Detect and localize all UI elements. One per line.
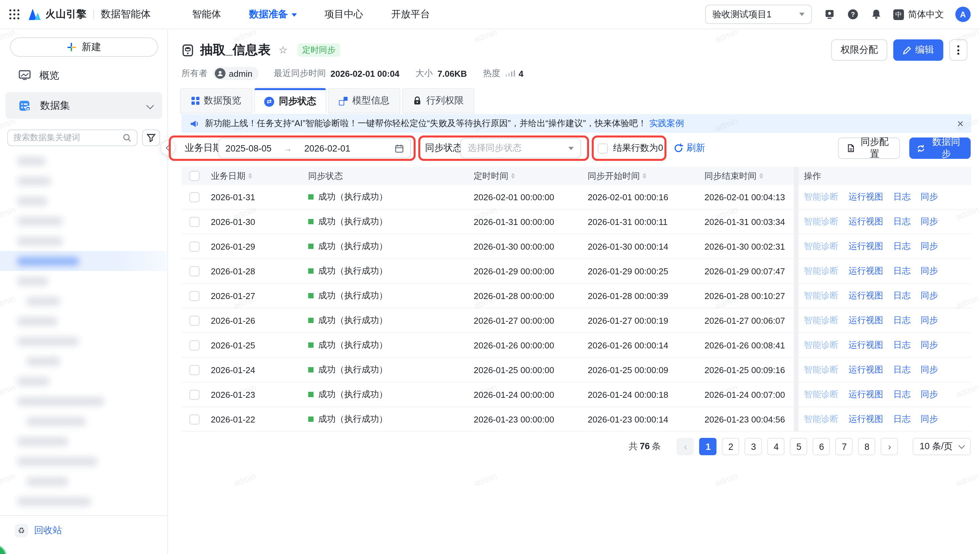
more-actions-button[interactable] (949, 39, 967, 61)
action-link-3[interactable]: 同步 (921, 240, 938, 252)
sidebar-collapse-button[interactable] (160, 140, 175, 155)
action-link-1[interactable]: 运行视图 (849, 240, 883, 252)
row-checkbox[interactable] (189, 266, 199, 276)
row-checkbox[interactable] (189, 390, 199, 399)
tree-item-0[interactable] (0, 151, 167, 171)
action-link-0[interactable]: 智能诊断 (804, 364, 838, 376)
tree-item-11[interactable] (0, 371, 167, 391)
workbench-icon[interactable] (823, 8, 835, 20)
refresh-button[interactable]: 刷新 (674, 136, 705, 161)
tree-item-3[interactable] (0, 211, 167, 231)
action-link-1[interactable]: 运行视图 (849, 191, 883, 203)
tree-item-4[interactable] (0, 231, 167, 251)
row-checkbox[interactable] (189, 315, 199, 326)
action-link-2[interactable]: 日志 (893, 413, 911, 425)
sort-icon[interactable] (643, 173, 646, 179)
language-switcher[interactable]: 中 简体中文 (893, 8, 944, 20)
sidebar-item-recycle-bin[interactable]: ♻ 回收站 (0, 519, 167, 542)
action-link-3[interactable]: 同步 (921, 216, 938, 228)
top-menu-item-0[interactable]: 智能体 (192, 8, 221, 21)
search-input[interactable]: 搜索数据集关键词 (7, 129, 137, 146)
action-link-2[interactable]: 日志 (893, 388, 911, 401)
page-button-1[interactable]: 1 (700, 438, 717, 455)
bell-icon[interactable] (870, 8, 882, 20)
action-link-0[interactable]: 智能诊断 (804, 413, 838, 425)
sidebar-item-dataset[interactable]: 数据集 (5, 92, 162, 119)
page-button-8[interactable]: 8 (858, 438, 876, 455)
action-link-1[interactable]: 运行视图 (849, 265, 883, 277)
tree-item-12[interactable] (0, 391, 167, 411)
action-link-3[interactable]: 同步 (921, 191, 938, 203)
action-link-2[interactable]: 日志 (893, 364, 911, 376)
tree-item-8[interactable] (0, 311, 167, 331)
sort-icon[interactable] (511, 173, 515, 179)
page-button-7[interactable]: 7 (835, 438, 853, 455)
action-link-2[interactable]: 日志 (893, 339, 911, 351)
action-link-2[interactable]: 日志 (893, 290, 911, 302)
tree-item-10[interactable] (0, 351, 167, 371)
tab-1[interactable]: ⇄同步状态 (254, 88, 326, 113)
column-header-business-date[interactable]: 业务日期 (211, 170, 307, 182)
page-button-2[interactable]: 2 (722, 438, 740, 455)
page-button-6[interactable]: 6 (813, 438, 830, 455)
action-link-1[interactable]: 运行视图 (849, 290, 883, 302)
next-page-button[interactable]: › (881, 438, 898, 455)
edit-button[interactable]: 编辑 (893, 39, 943, 61)
banner-link[interactable]: 实践案例 (649, 118, 684, 129)
tree-item-13[interactable] (0, 411, 167, 431)
row-checkbox[interactable] (189, 340, 199, 350)
tree-item-16[interactable] (0, 471, 167, 491)
help-icon[interactable]: ? (846, 8, 859, 20)
action-link-1[interactable]: 运行视图 (849, 413, 883, 425)
project-selector[interactable]: 验收测试项目1 (705, 5, 812, 24)
action-link-2[interactable]: 日志 (893, 191, 911, 203)
column-header-sync-start[interactable]: 同步开始时间 (588, 170, 700, 182)
action-link-0[interactable]: 智能诊断 (804, 191, 838, 203)
action-link-3[interactable]: 同步 (921, 388, 938, 401)
column-header-scheduled-time[interactable]: 定时时间 (474, 170, 584, 182)
tree-item-selected[interactable] (0, 251, 167, 271)
page-size-select[interactable]: 10 条/页 (913, 438, 970, 455)
action-link-3[interactable]: 同步 (921, 315, 938, 326)
user-avatar[interactable]: A (955, 7, 970, 22)
row-checkbox[interactable] (189, 414, 199, 424)
tree-item-7[interactable] (0, 291, 167, 311)
prev-page-button[interactable]: ‹ (677, 438, 694, 455)
top-menu-item-1[interactable]: 数据准备 (249, 8, 296, 21)
row-checkbox[interactable] (189, 241, 199, 251)
action-link-0[interactable]: 智能诊断 (804, 315, 838, 326)
sidebar-item-overview[interactable]: 概览 (5, 64, 162, 87)
action-link-2[interactable]: 日志 (893, 216, 911, 228)
action-link-3[interactable]: 同步 (921, 364, 938, 376)
app-launcher-icon[interactable] (10, 10, 19, 19)
tab-3[interactable]: 行列权限 (402, 88, 474, 113)
status-select[interactable]: 选择同步状态 (460, 138, 581, 158)
tree-item-15[interactable] (0, 451, 167, 471)
action-link-2[interactable]: 日志 (893, 265, 911, 277)
action-link-1[interactable]: 运行视图 (849, 388, 883, 401)
data-sync-button[interactable]: 数据同步 (909, 137, 970, 159)
action-link-1[interactable]: 运行视图 (849, 315, 883, 326)
filter-button[interactable] (142, 129, 160, 146)
action-link-3[interactable]: 同步 (921, 413, 938, 425)
page-button-4[interactable]: 4 (767, 438, 785, 455)
top-menu-item-2[interactable]: 项目中心 (325, 8, 363, 21)
action-link-0[interactable]: 智能诊断 (804, 265, 838, 277)
star-favorite-icon[interactable]: ☆ (278, 44, 288, 56)
column-header-sync-end[interactable]: 同步结束时间 (705, 170, 791, 182)
page-button-3[interactable]: 3 (745, 438, 762, 455)
sync-config-button[interactable]: 同步配置 (838, 137, 900, 159)
tree-item-14[interactable] (0, 431, 167, 451)
action-link-3[interactable]: 同步 (921, 290, 938, 302)
row-checkbox[interactable] (189, 217, 199, 227)
zero-rows-checkbox[interactable] (598, 143, 608, 153)
date-range-input[interactable]: 2025-08-05 → 2026-02-01 (218, 138, 411, 158)
permission-button[interactable]: 权限分配 (831, 39, 887, 61)
action-link-1[interactable]: 运行视图 (849, 216, 883, 228)
tree-item-6[interactable] (0, 271, 167, 291)
action-link-2[interactable]: 日志 (893, 240, 911, 252)
action-link-1[interactable]: 运行视图 (849, 364, 883, 376)
action-link-0[interactable]: 智能诊断 (804, 339, 838, 351)
sort-icon[interactable] (759, 173, 763, 179)
banner-close-icon[interactable]: ✕ (957, 118, 964, 128)
